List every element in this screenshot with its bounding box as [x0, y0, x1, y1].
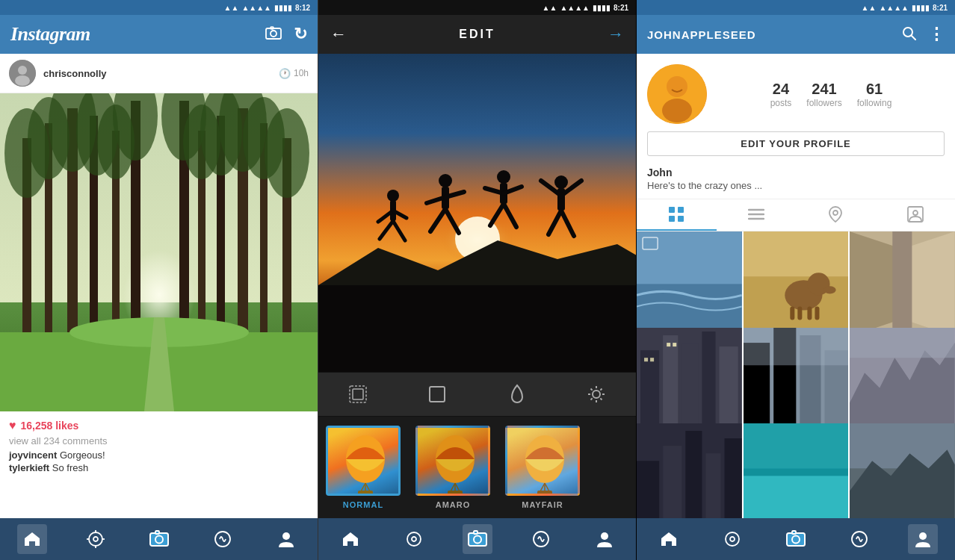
svg-rect-0: [266, 28, 281, 39]
stat-posts-label: posts: [770, 98, 792, 108]
svg-point-136: [823, 286, 835, 293]
commenter-2[interactable]: tylerkieft: [9, 462, 49, 473]
profile-avatar[interactable]: [647, 64, 707, 124]
edit-time: 8:21: [614, 4, 628, 12]
wifi-icon: ▲▲: [224, 4, 239, 12]
grid-photo-8[interactable]: [744, 423, 849, 518]
bio-text: Here's to the crazy ones ...: [647, 180, 945, 191]
comments-link[interactable]: view all 234 comments: [9, 435, 309, 447]
profile-wifi-icon: ▲▲: [862, 4, 877, 12]
tab-location[interactable]: [796, 199, 876, 231]
post-user-left: chrisconnolly: [9, 60, 107, 87]
svg-point-64: [497, 170, 510, 184]
profile-nav-activity[interactable]: [844, 524, 874, 554]
grid-photo-2[interactable]: [744, 231, 849, 337]
comment-row-2: tylerkieft So fresh: [9, 462, 309, 473]
tab-grid[interactable]: [637, 199, 717, 231]
tool-adjust[interactable]: [339, 376, 377, 413]
edit-bottom-nav: [318, 518, 636, 560]
bio-section: John Here's to the crazy ones ...: [637, 164, 955, 199]
svg-rect-79: [430, 387, 445, 402]
tool-brightness[interactable]: [578, 376, 615, 413]
grid-photo-3[interactable]: [850, 231, 955, 337]
svg-rect-78: [353, 389, 363, 399]
nav-explore[interactable]: [81, 524, 111, 554]
search-icon[interactable]: [901, 25, 916, 43]
svg-line-88: [590, 398, 592, 399]
post-avatar[interactable]: [9, 60, 36, 87]
grid-photo-5[interactable]: [744, 328, 849, 433]
profile-nav-profile[interactable]: [908, 524, 938, 554]
svg-rect-151: [720, 346, 738, 433]
edit-battery-icon: ▮▮▮▮: [593, 4, 611, 12]
svg-rect-173: [744, 469, 849, 476]
feed-bottom-nav: [0, 518, 318, 560]
svg-rect-140: [815, 306, 819, 320]
svg-rect-94: [358, 491, 373, 496]
svg-point-183: [919, 532, 927, 540]
comment-row-1: joyvincent Gorgeous!: [9, 449, 309, 461]
grid-photo-4[interactable]: [637, 328, 742, 433]
svg-point-1: [271, 31, 276, 37]
comment-text-2: So fresh: [52, 462, 88, 473]
nav-activity[interactable]: [208, 524, 238, 554]
svg-point-5: [15, 75, 30, 86]
svg-line-86: [600, 398, 602, 399]
edit-nav-camera[interactable]: [463, 524, 492, 554]
panel-feed: ▲▲ ▲▲▲▲ ▮▮▮▮ 8:12 Instagram ↻: [0, 0, 318, 560]
profile-nav-camera[interactable]: [781, 524, 811, 554]
edit-next-btn[interactable]: →: [608, 25, 624, 44]
nav-profile[interactable]: [271, 524, 301, 554]
filter-normal-thumb: [326, 426, 401, 496]
svg-line-85: [590, 389, 592, 391]
grid-photo-6[interactable]: [850, 328, 955, 433]
filter-mayfair[interactable]: MAYFAIR: [498, 426, 587, 512]
profile-info: 24 posts 241 followers 61 following: [637, 54, 955, 131]
tab-list[interactable]: [717, 199, 797, 231]
likes-row: ♥ 16,258 likes: [9, 419, 309, 432]
nav-camera[interactable]: [144, 524, 174, 554]
tab-tagged[interactable]: [876, 199, 956, 231]
grid-photo-1[interactable]: [637, 231, 742, 337]
edit-nav-activity[interactable]: [526, 524, 556, 554]
edit-profile-btn[interactable]: EDIT YOUR PROFILE: [647, 131, 945, 156]
svg-point-52: [387, 190, 399, 202]
tool-frame[interactable]: [418, 376, 456, 413]
filter-mayfair-thumb: [505, 426, 580, 496]
svg-line-115: [912, 36, 915, 40]
svg-point-47: [282, 532, 290, 540]
grid-photo-9[interactable]: [850, 423, 955, 518]
edit-nav-profile[interactable]: [590, 524, 619, 554]
refresh-icon[interactable]: ↻: [294, 25, 307, 44]
edit-back-btn[interactable]: ←: [330, 25, 347, 44]
grid-photo-7[interactable]: [637, 423, 742, 518]
edit-wifi-icon: ▲▲: [543, 4, 557, 12]
svg-rect-149: [682, 343, 698, 433]
commenter-1[interactable]: joyvincent: [9, 449, 57, 461]
comment-text-1: Gorgeous!: [60, 449, 105, 461]
svg-point-113: [601, 532, 608, 540]
heart-icon[interactable]: ♥: [9, 419, 16, 432]
stat-followers: 241 followers: [806, 81, 841, 108]
svg-rect-145: [893, 231, 912, 337]
feed-time: 8:12: [295, 4, 310, 12]
svg-rect-166: [637, 461, 659, 518]
tool-drop[interactable]: [498, 376, 536, 413]
svg-rect-152: [644, 358, 648, 361]
svg-rect-139: [807, 306, 812, 320]
filter-amaro[interactable]: AMARO: [408, 426, 498, 512]
post-username[interactable]: chrisconnolly: [43, 68, 107, 79]
stat-followers-label: followers: [806, 98, 841, 108]
filter-normal[interactable]: NORMAL: [318, 426, 408, 512]
feed-header: Instagram ↻: [0, 15, 318, 54]
edit-title: EDIT: [459, 28, 495, 41]
profile-nav-home[interactable]: [654, 524, 684, 554]
nav-home[interactable]: [17, 524, 47, 554]
camera-icon[interactable]: [265, 26, 282, 43]
svg-rect-120: [678, 207, 684, 213]
svg-rect-150: [702, 332, 715, 433]
edit-nav-explore[interactable]: [399, 524, 429, 554]
more-icon[interactable]: ⋮: [928, 26, 945, 43]
edit-nav-home[interactable]: [336, 524, 365, 554]
profile-nav-explore[interactable]: [717, 524, 747, 554]
